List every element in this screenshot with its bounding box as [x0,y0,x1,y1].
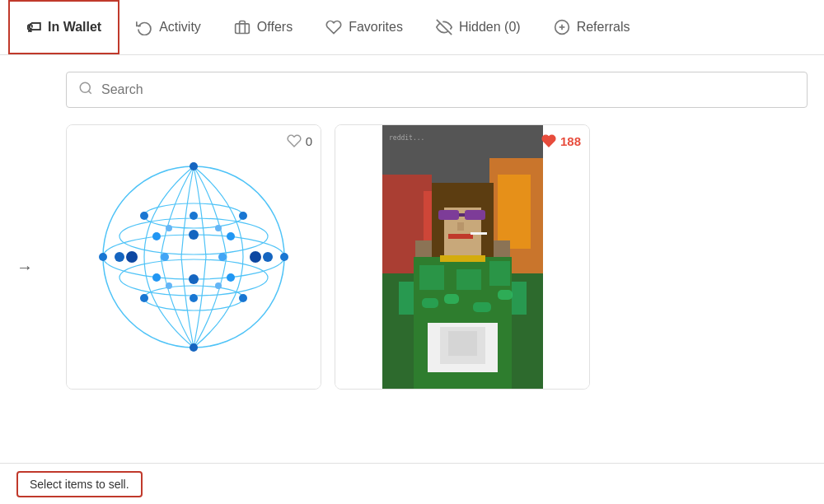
svg-rect-56 [438,210,459,220]
tag-icon: 🏷 [26,19,41,36]
bottom-bar: Select items to sell. [0,463,824,504]
heart-filled-icon [541,133,556,148]
search-icon [78,81,93,99]
svg-point-14 [190,343,198,352]
svg-point-5 [80,82,90,92]
svg-point-31 [190,212,198,220]
nav-item-favorites[interactable]: Favorites [309,0,419,54]
nav-bar: 🏷 In Wallet Activity Offers Favorites [0,0,824,55]
svg-point-21 [263,252,273,262]
heart-outline-icon [287,133,302,148]
heart-icon [325,19,342,35]
item-1-image [67,125,321,389]
svg-line-6 [88,91,91,93]
item-2-likes: 188 [560,134,581,148]
content-area: 0 [49,55,824,463]
svg-rect-54 [432,195,444,257]
svg-point-22 [115,252,124,262]
svg-rect-66 [422,298,438,308]
globe-svg [91,142,297,372]
sidebar-toggle[interactable]: → [0,55,49,463]
select-items-button[interactable]: Select items to sell. [16,471,143,497]
svg-point-24 [189,274,199,284]
items-grid: 0 [66,124,808,390]
nav-item-hidden-label: Hidden (0) [459,20,521,35]
svg-rect-49 [419,265,444,290]
svg-rect-50 [456,269,481,290]
nav-item-in-wallet-label: In Wallet [48,20,101,35]
svg-point-19 [239,294,247,302]
mona-lisa-svg: reddit... [382,125,543,389]
svg-point-35 [215,225,222,231]
svg-rect-67 [444,294,459,304]
svg-rect-68 [473,302,491,312]
svg-rect-69 [498,290,513,300]
svg-point-28 [152,273,161,282]
nav-item-referrals-label: Referrals [577,20,630,35]
svg-point-30 [126,251,138,263]
svg-rect-55 [481,195,494,257]
nav-item-favorites-label: Favorites [349,20,403,35]
svg-point-18 [140,212,148,220]
hidden-icon [436,19,452,35]
nav-item-offers-label: Offers [257,20,293,35]
arrow-icon: → [16,258,33,277]
search-bar[interactable] [66,72,808,108]
nav-item-activity[interactable]: Activity [119,0,218,54]
item-card-2[interactable]: 188 [335,124,590,390]
svg-point-25 [227,232,235,240]
svg-rect-61 [471,232,487,235]
item-1-like-count[interactable]: 0 [287,133,312,148]
svg-rect-62 [440,255,485,262]
svg-rect-57 [465,210,485,220]
item-2-like-count[interactable]: 188 [541,133,581,148]
nav-item-offers[interactable]: Offers [218,0,309,54]
svg-point-23 [189,230,199,240]
svg-point-36 [166,225,172,231]
nav-item-hidden[interactable]: Hidden (0) [419,0,537,54]
svg-point-29 [250,251,261,263]
svg-point-15 [99,253,107,261]
svg-rect-60 [448,234,473,239]
main-body: → 0 [0,55,824,463]
svg-rect-0 [236,24,250,34]
svg-point-26 [152,232,161,240]
svg-point-16 [280,253,288,261]
svg-point-38 [166,282,172,289]
svg-rect-58 [459,213,465,217]
offers-icon [234,19,250,35]
svg-point-34 [161,253,169,261]
svg-rect-59 [457,222,464,231]
svg-text:reddit...: reddit... [389,134,424,142]
search-input[interactable] [101,82,795,97]
svg-rect-44 [498,175,531,249]
svg-point-13 [190,162,198,170]
svg-rect-51 [489,261,510,286]
item-card-1[interactable]: 0 [66,124,321,390]
svg-rect-65 [448,331,477,356]
svg-point-17 [239,212,247,220]
svg-point-32 [190,294,198,302]
svg-point-37 [215,282,222,289]
nav-item-referrals[interactable]: Referrals [537,0,647,54]
nav-item-in-wallet[interactable]: 🏷 In Wallet [8,0,119,54]
svg-point-27 [227,273,235,282]
item-1-likes: 0 [306,134,312,148]
svg-point-33 [218,253,227,261]
activity-icon [136,19,152,35]
select-items-label: Select items to sell. [30,478,129,491]
referrals-icon [554,19,570,35]
svg-point-20 [140,294,148,302]
nav-item-activity-label: Activity [159,20,201,35]
item-2-image: reddit... [335,125,589,389]
